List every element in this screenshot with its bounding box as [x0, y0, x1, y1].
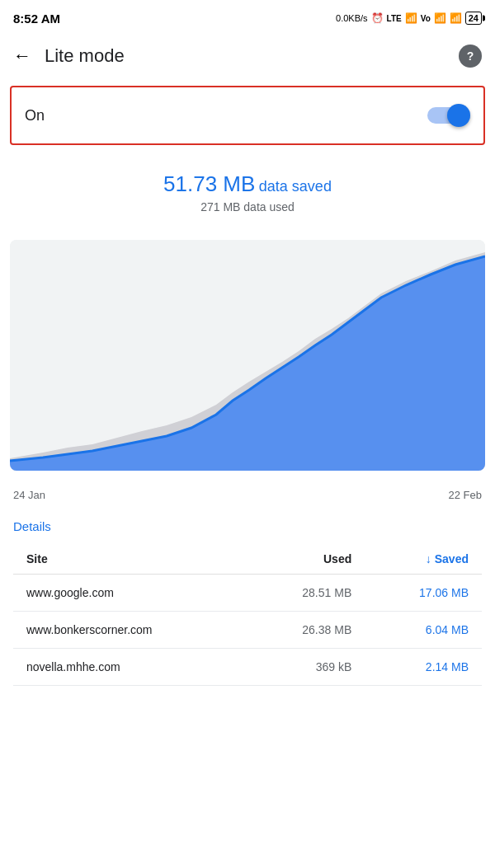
lte-icon: LTE	[387, 14, 402, 23]
help-button[interactable]: ?	[459, 45, 482, 68]
col-site: Site	[13, 544, 248, 575]
col-saved: ↓ Saved	[365, 544, 482, 575]
site-name: novella.mhhe.com	[13, 649, 248, 686]
table-row: www.google.com 28.51 MB 17.06 MB	[13, 575, 482, 612]
data-table: Site Used ↓ Saved www.google.com 28.51 M…	[13, 544, 482, 686]
chart-end-date: 22 Feb	[449, 489, 482, 501]
data-saved-line: 51.73 MB data saved	[13, 171, 482, 197]
table-row: www.bonkerscorner.com 26.38 MB 6.04 MB	[13, 612, 482, 649]
data-used-text: 271 MB data used	[13, 200, 482, 213]
chart-svg	[10, 240, 485, 471]
back-button[interactable]: ←	[13, 45, 31, 67]
details-link[interactable]: Details	[13, 519, 51, 533]
data-stats: 51.73 MB data saved 271 MB data used	[0, 152, 495, 227]
site-name: www.google.com	[13, 575, 248, 612]
data-chart	[10, 240, 485, 471]
page-title: Lite mode	[45, 45, 459, 67]
chart-start-date: 24 Jan	[13, 489, 45, 501]
wifi-icon: 📶	[450, 12, 462, 24]
used-value: 369 kB	[248, 649, 365, 686]
status-bar: 8:52 AM 0.0KB/s ⏰ LTE 📶 Vo 📶 📶 24	[0, 0, 495, 33]
alarm-icon: ⏰	[371, 12, 384, 24]
site-name: www.bonkerscorner.com	[13, 612, 248, 649]
signal-icon-1: 📶	[405, 12, 417, 24]
saved-value: 2.14 MB	[365, 649, 482, 686]
table-row: novella.mhhe.com 369 kB 2.14 MB	[13, 649, 482, 686]
col-used: Used	[248, 544, 365, 575]
saved-value: 17.06 MB	[365, 575, 482, 612]
header: ← Lite mode ?	[0, 33, 495, 79]
status-icons: 0.0KB/s ⏰ LTE 📶 Vo 📶 📶 24	[336, 12, 482, 25]
network-speed: 0.0KB/s	[336, 13, 368, 23]
data-saved-amount: 51.73 MB	[163, 171, 255, 196]
lite-mode-toggle[interactable]	[427, 104, 470, 127]
signal-icon-2: 📶	[434, 12, 446, 24]
status-time: 8:52 AM	[13, 12, 60, 26]
toggle-thumb	[447, 104, 470, 127]
data-saved-label: data saved	[259, 178, 332, 195]
toggle-row[interactable]: On	[10, 86, 485, 145]
battery-icon: 24	[465, 12, 482, 25]
details-section: Details Site Used ↓ Saved www.google.com…	[0, 506, 495, 686]
used-value: 26.38 MB	[248, 612, 365, 649]
chart-dates: 24 Jan 22 Feb	[0, 484, 495, 506]
saved-value: 6.04 MB	[365, 612, 482, 649]
lte-icon-2: Vo	[421, 14, 431, 23]
used-value: 28.51 MB	[248, 575, 365, 612]
toggle-label: On	[25, 107, 45, 124]
